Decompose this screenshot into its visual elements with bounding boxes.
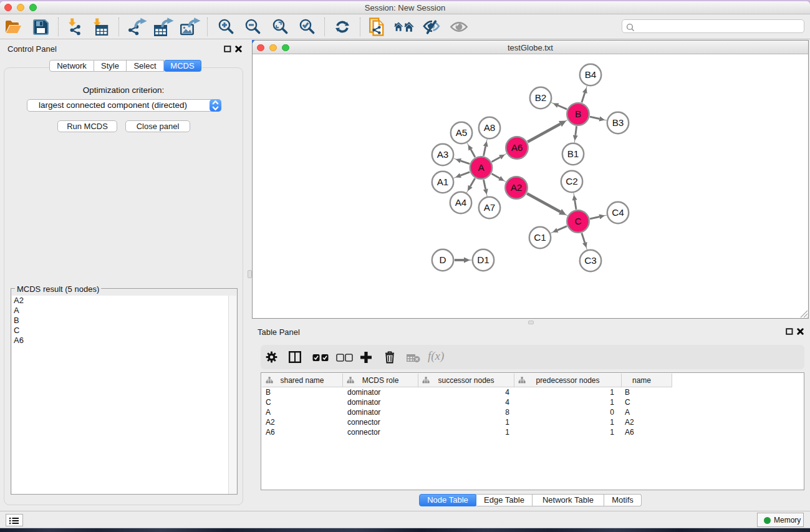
svg-text:B4: B4 xyxy=(585,69,597,80)
svg-text:C: C xyxy=(574,216,581,226)
svg-text:A2: A2 xyxy=(511,182,523,193)
svg-text:C1: C1 xyxy=(534,232,546,243)
svg-text:A4: A4 xyxy=(455,197,467,208)
svg-text:A6: A6 xyxy=(511,142,523,153)
svg-text:A8: A8 xyxy=(484,122,496,133)
svg-text:A1: A1 xyxy=(437,177,449,187)
svg-text:B2: B2 xyxy=(535,92,547,103)
svg-text:B: B xyxy=(575,109,581,119)
svg-text:A3: A3 xyxy=(437,149,449,160)
svg-text:C4: C4 xyxy=(612,207,624,218)
svg-text:B3: B3 xyxy=(612,117,624,128)
svg-text:C3: C3 xyxy=(584,255,597,266)
svg-text:D: D xyxy=(439,254,446,265)
svg-text:A: A xyxy=(478,162,485,173)
svg-text:A5: A5 xyxy=(456,127,468,138)
svg-text:C2: C2 xyxy=(566,176,578,186)
svg-text:A7: A7 xyxy=(484,202,496,213)
svg-text:B1: B1 xyxy=(567,148,579,159)
svg-text:D1: D1 xyxy=(477,254,489,265)
